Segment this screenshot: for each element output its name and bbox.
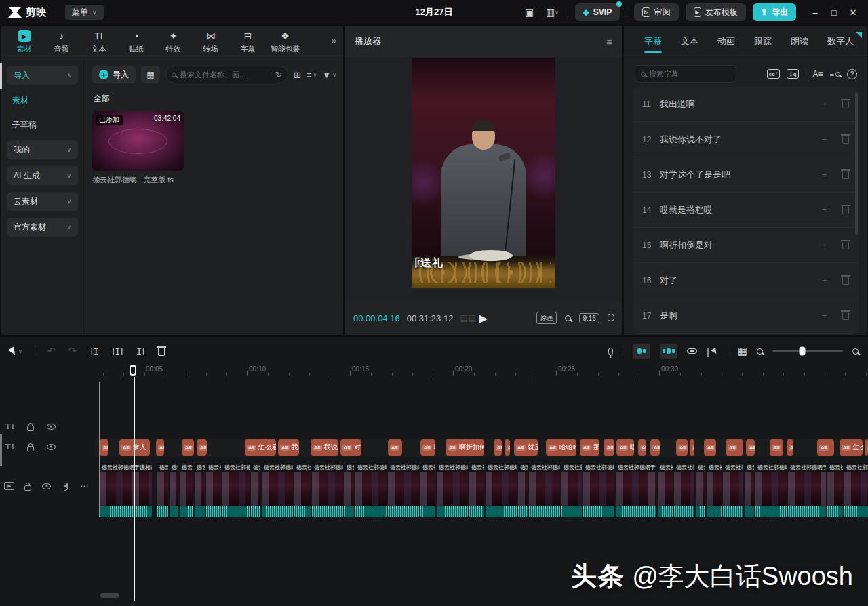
- sidebar-item-2[interactable]: 子草稿: [7, 113, 78, 134]
- video-clip-12[interactable]: 德云社郭德纲于谦相声专场北京站: [344, 463, 354, 517]
- add-subtitle-icon[interactable]: +: [822, 99, 827, 109]
- video-clip-11[interactable]: 德云社郭德纲于谦相声专场北京站: [312, 463, 343, 517]
- export-button[interactable]: ⇧ 导出: [753, 3, 796, 21]
- refresh-icon[interactable]: ↻: [275, 70, 282, 79]
- add-subtitle-icon[interactable]: +: [822, 169, 827, 180]
- sidebar-item-5[interactable]: 云素材∨: [7, 192, 78, 211]
- sidebar-item-1[interactable]: 素材: [7, 89, 78, 109]
- layout-icon[interactable]: ▥ ∨: [545, 5, 561, 20]
- video-clip-18[interactable]: 德云社郭德纲于谦相声专场北京站: [486, 463, 517, 517]
- text-clip-28[interactable]: A≡: [787, 439, 793, 456]
- menu-button[interactable]: 菜单 ∨: [65, 5, 104, 20]
- magnetic-snap-toggle[interactable]: [633, 344, 650, 359]
- text-clip-7[interactable]: A≡我出: [278, 439, 299, 456]
- add-subtitle-icon[interactable]: +: [822, 205, 827, 215]
- video-clip-14[interactable]: 德云社郭德纲于谦相声专场北京站: [388, 463, 419, 517]
- text-clip-17[interactable]: A≡那腿: [580, 439, 599, 456]
- sidebar-item-3[interactable]: 我的∨: [7, 140, 78, 159]
- text-clip-30[interactable]: A≡怎么: [840, 439, 863, 456]
- text-clip-16[interactable]: A≡哈哈哈: [546, 439, 576, 456]
- video-clip-23[interactable]: 德云社郭德纲于谦相声专场北京站: [616, 463, 656, 517]
- grid-view-icon[interactable]: ⊞: [294, 70, 301, 80]
- delete-subtitle-icon[interactable]: [842, 101, 849, 108]
- subtitle-tab-1[interactable]: 字幕: [635, 26, 671, 57]
- subtitle-search-input[interactable]: [649, 70, 730, 78]
- subtitle-row-13[interactable]: 13对学这个了是是吧+: [633, 157, 859, 193]
- media-tab-4[interactable]: ◔贴纸: [117, 26, 155, 54]
- subtitle-row-16[interactable]: 16对了+: [633, 263, 859, 298]
- subtitle-row-14[interactable]: 14哎就是搭档哎+: [633, 193, 859, 228]
- subtitle-tab-6[interactable]: 数字人: [818, 26, 863, 57]
- delete-subtitle-icon[interactable]: [842, 277, 849, 285]
- zoom-slider-knob[interactable]: [799, 347, 805, 356]
- delete-button[interactable]: [158, 346, 165, 356]
- split-right-button[interactable]: I[: [136, 346, 146, 357]
- delete-subtitle-icon[interactable]: [842, 312, 849, 320]
- filter-icon[interactable]: ▼∨: [322, 70, 336, 80]
- video-clip-22[interactable]: 德云社郭德纲于谦相声专场北京站: [583, 463, 614, 517]
- minimize-button[interactable]: –: [807, 5, 823, 20]
- lock-icon[interactable]: [20, 422, 41, 431]
- text-clip-11[interactable]: A≡啊: [420, 439, 435, 456]
- timeline-ruler[interactable]: 00:0500:1000:1500:2000:2500:30: [95, 365, 868, 377]
- review-button[interactable]: ▷ 审阅: [634, 3, 678, 21]
- media-tab-7[interactable]: ⊟字幕: [229, 26, 267, 54]
- aspect-ratio-badge[interactable]: 9:16: [579, 313, 599, 323]
- video-clip-20[interactable]: 德云社郭德纲于谦相声专场北京站: [529, 463, 560, 517]
- shortcut-keys-icon[interactable]: ▣: [521, 5, 538, 20]
- text-clip-4[interactable]: A≡: [182, 439, 194, 456]
- video-clip-24[interactable]: 德云社郭德纲于谦相声专场北京站: [658, 463, 673, 517]
- delete-subtitle-icon[interactable]: [842, 242, 849, 249]
- sidebar-import-button[interactable]: 导入 ∧: [7, 66, 78, 85]
- video-clip-1[interactable]: 德云社郭德纲于谦相声专场北京站: [100, 463, 152, 517]
- media-tabs-more-icon[interactable]: »: [332, 26, 343, 45]
- preview-snap-toggle[interactable]: |: [707, 346, 718, 357]
- text-clip-26[interactable]: A≡: [746, 439, 755, 456]
- import-subtitle-icon[interactable]: ⇣q: [787, 69, 799, 79]
- video-clip-21[interactable]: 德云社郭德纲于谦相声专场北京站: [561, 463, 582, 517]
- text-clip-12[interactable]: A≡啊折扣倒: [446, 439, 484, 456]
- record-voiceover-icon[interactable]: [608, 348, 613, 355]
- video-clip-19[interactable]: 德云社郭德纲于谦相声专场北京站: [518, 463, 528, 517]
- video-clip-2[interactable]: 德云社郭德纲于谦相声专场北京站: [157, 463, 168, 517]
- add-subtitle-icon[interactable]: +: [822, 240, 827, 250]
- video-clip-4[interactable]: 德云社郭德纲于谦相声专场北京站: [180, 463, 193, 517]
- playhead-handle[interactable]: [130, 365, 136, 376]
- zoom-out-button[interactable]: [757, 348, 763, 355]
- subtitle-row-11[interactable]: 11我出道啊+: [633, 87, 859, 122]
- text-clip-23[interactable]: A≡: [690, 439, 694, 456]
- text-clip-9[interactable]: A≡对学: [340, 439, 361, 456]
- video-clip-29[interactable]: 德云社郭德纲于谦相声专场北京站: [745, 463, 754, 517]
- select-tool[interactable]: ∨: [9, 348, 22, 355]
- video-clip-26[interactable]: 德云社郭德纲于谦相声专场北京站: [696, 463, 705, 517]
- delete-subtitle-icon[interactable]: [842, 136, 849, 144]
- more-icon[interactable]: ⋯: [75, 481, 94, 491]
- text-clip-1[interactable]: A≡啊: [100, 439, 108, 456]
- close-button[interactable]: ✕: [845, 5, 861, 20]
- text-clip-6[interactable]: A≡怎么看: [245, 439, 276, 456]
- text-clip-20[interactable]: A≡: [638, 439, 646, 456]
- video-clip-6[interactable]: 德云社郭德纲于谦相声专场北京站: [206, 463, 221, 517]
- eye-icon[interactable]: [37, 483, 56, 489]
- media-tab-2[interactable]: ♪音频: [43, 26, 80, 54]
- video-clip-10[interactable]: 德云社郭德纲于谦相声专场北京站: [294, 463, 311, 517]
- text-clip-13[interactable]: A≡: [494, 439, 502, 456]
- text-clip-14[interactable]: A≡: [505, 439, 510, 456]
- text-clip-8[interactable]: A≡我说: [311, 439, 338, 456]
- eye-icon[interactable]: [41, 424, 61, 430]
- player-menu-icon[interactable]: ≡: [606, 36, 612, 47]
- text-clip-24[interactable]: A≡: [704, 439, 716, 456]
- split-button[interactable]: ]I[: [111, 346, 124, 357]
- subtitle-tab-4[interactable]: 跟踪: [745, 26, 781, 57]
- media-tab-8[interactable]: ❖智能包装: [267, 26, 304, 54]
- video-preview[interactable]: 回送礼: [412, 58, 555, 288]
- publish-template-button[interactable]: ▶ 发布模板: [686, 3, 746, 21]
- import-button[interactable]: + 导入: [92, 66, 136, 83]
- split-left-button[interactable]: ]I: [89, 346, 98, 357]
- sidebar-item-4[interactable]: AI 生成∨: [7, 166, 78, 185]
- undo-button[interactable]: ↶: [47, 345, 56, 357]
- text-clip-3[interactable]: A≡: [156, 439, 164, 456]
- batch-edit-icon[interactable]: A≡: [813, 69, 823, 79]
- media-tab-1[interactable]: ▶素材: [5, 26, 43, 54]
- subtitle-row-17[interactable]: 17是啊+: [633, 298, 859, 334]
